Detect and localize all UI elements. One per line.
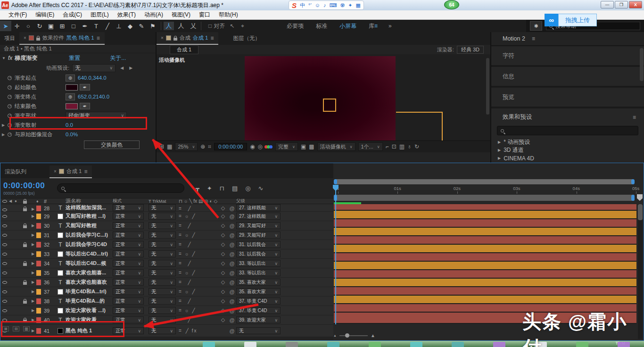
- mode-dropdown[interactable]: 正常∨: [113, 241, 144, 248]
- expand-arrow-icon[interactable]: ▶: [30, 280, 36, 284]
- motion-blur-icon[interactable]: ◎: [245, 185, 250, 192]
- eye-icon[interactable]: [2, 300, 7, 303]
- layer-switches[interactable]: = ╱: [176, 261, 218, 266]
- renderer-value[interactable]: 经典 3D: [457, 46, 484, 54]
- mode-column-header[interactable]: 模式: [113, 198, 144, 204]
- pan-behind-tool[interactable]: ⊞: [57, 21, 68, 31]
- stopwatch-icon[interactable]: [8, 76, 12, 80]
- taskbar-app-icon[interactable]: [286, 342, 298, 347]
- layer-row-34[interactable]: ▶34T等以后出C4D...候正常∨无∨= ╱◇@33. 等以后出∨: [0, 259, 333, 268]
- mode-dropdown[interactable]: 正常∨: [113, 279, 144, 286]
- 3d-layer-icon[interactable]: ◇: [218, 317, 228, 323]
- parent-dropdown[interactable]: 29. 又能写好∨: [236, 231, 281, 239]
- timeline-button-icon[interactable]: ▥: [399, 143, 405, 150]
- mode-dropdown[interactable]: 正常∨: [113, 213, 144, 220]
- parent-pickwhip-icon[interactable]: @: [228, 206, 236, 211]
- collapse-triangle-icon[interactable]: ▼: [2, 56, 6, 60]
- pixel-aspect-icon[interactable]: ⌐: [386, 143, 389, 150]
- zoom-dropdown[interactable]: 25%∨: [175, 142, 198, 151]
- menu-item[interactable]: 动画(A): [140, 10, 167, 20]
- layer-name[interactable]: 又能写好教程: [66, 222, 113, 229]
- layer-switches[interactable]: = ☼ ╱: [176, 251, 218, 256]
- mode-dropdown[interactable]: 正常∨: [113, 250, 144, 257]
- layer-name[interactable]: 以后我会学习C4D: [66, 241, 113, 248]
- parent-dropdown[interactable]: 35. 喜欢大家∨: [236, 279, 281, 286]
- layer-wireframe-box[interactable]: [323, 99, 336, 112]
- lock-column-icon[interactable]: [23, 201, 27, 204]
- layer-row-31[interactable]: ▶31以后我会学习C...l)正常∨无∨= ☼ ╱◇@29. 又能写好∨: [0, 231, 333, 240]
- eye-icon[interactable]: [2, 234, 7, 237]
- expand-arrow-icon[interactable]: ▶: [30, 308, 36, 313]
- parent-column-header[interactable]: 父级: [236, 198, 281, 204]
- parent-dropdown[interactable]: 无∨: [236, 327, 281, 334]
- eye-icon[interactable]: [2, 253, 7, 256]
- tracker-icon[interactable]: ↖: [230, 23, 234, 29]
- swap-colors-button[interactable]: 交换颜色: [84, 140, 140, 149]
- layer-duration-bar[interactable]: [334, 236, 636, 245]
- expand-arrow-icon[interactable]: ▶: [30, 233, 36, 237]
- always-preview-icon[interactable]: ⊞: [159, 143, 164, 150]
- menu-item[interactable]: 效果(T): [114, 10, 140, 20]
- 3d-layer-icon[interactable]: ◇: [218, 307, 228, 314]
- next-preset-icon[interactable]: ▶: [129, 66, 132, 70]
- label-color-chip[interactable]: [36, 251, 41, 257]
- layer-duration-bar[interactable]: [334, 211, 636, 219]
- ime-toolbar-icon[interactable]: ♪: [323, 2, 326, 8]
- close-button[interactable]: X: [629, 1, 642, 8]
- lock-icon[interactable]: [23, 208, 27, 211]
- label-color-chip[interactable]: [36, 308, 41, 314]
- timeline-zoom-control[interactable]: ▲ ▲: [333, 333, 375, 338]
- rotation-tool[interactable]: ↻: [34, 21, 45, 31]
- view-layout-dropdown[interactable]: 1个...∨: [358, 142, 383, 151]
- reset-exposure-icon[interactable]: ↻: [414, 143, 419, 150]
- mode-dropdown[interactable]: 正常∨: [113, 231, 144, 239]
- grid-guides-icon[interactable]: ⌗: [208, 143, 211, 150]
- local-axis-mode[interactable]: 人: [164, 22, 174, 30]
- 3d-layer-icon[interactable]: ◇: [218, 298, 228, 304]
- sogou-ime-toolbar[interactable]: S 中°’☺♪⌨♼✦▦: [289, 0, 364, 10]
- panel-tab-字符[interactable]: 字符: [491, 46, 644, 67]
- mode-dropdown[interactable]: 正常∨: [113, 269, 144, 276]
- trkmat-dropdown[interactable]: 无∨: [149, 231, 176, 239]
- panel-menu-icon[interactable]: ≡: [97, 35, 100, 41]
- layer-name[interactable]: 欢迎大家收看 ...l): [66, 307, 113, 314]
- mode-dropdown[interactable]: 正常∨: [113, 204, 144, 211]
- color-swatch[interactable]: [66, 84, 78, 91]
- expand-arrow-icon[interactable]: ▶: [30, 252, 36, 256]
- taskbar-app-icon[interactable]: [203, 342, 215, 347]
- parent-dropdown[interactable]: 27. 这样既能∨: [236, 204, 281, 211]
- lock-icon[interactable]: [23, 244, 27, 247]
- layer-row-39[interactable]: ▶39欢迎大家收看 ...l)正常∨无∨= ☼ ╱◇@37. 毕竟 C4D∨: [0, 306, 333, 315]
- draft-3d-icon[interactable]: ✦: [207, 185, 212, 192]
- mode-dropdown[interactable]: 正常∨: [113, 288, 144, 295]
- camera-view-dropdown[interactable]: 活动摄像机∨: [317, 142, 355, 151]
- parent-pickwhip-icon[interactable]: @: [228, 232, 236, 238]
- region-of-interest-icon[interactable]: ▣: [301, 143, 306, 150]
- expand-arrow-icon[interactable]: ▶: [30, 242, 36, 247]
- eye-icon[interactable]: [2, 290, 7, 293]
- color-swatch[interactable]: [66, 103, 78, 109]
- parent-dropdown[interactable]: 33. 等以后出∨: [236, 260, 281, 267]
- close-tab-icon[interactable]: ×: [54, 169, 57, 174]
- menu-item[interactable]: 帮助(H): [215, 10, 242, 20]
- tab-layer[interactable]: 图层（无）: [229, 32, 264, 45]
- layer-row-28[interactable]: ▶28T这样既能加深我...正常∨无∨= ╱◇@27. 这样既能∨: [0, 204, 333, 212]
- menu-item[interactable]: 编辑(E): [32, 10, 58, 20]
- panel-menu-icon[interactable]: ≡: [210, 35, 214, 41]
- panel-tab-信息[interactable]: 信息: [491, 67, 644, 88]
- eye-icon[interactable]: [2, 281, 7, 284]
- parent-pickwhip-icon[interactable]: @: [228, 261, 236, 266]
- parent-pickwhip-icon[interactable]: @: [228, 270, 236, 276]
- label-color-chip[interactable]: [36, 298, 41, 304]
- brush-tool[interactable]: ╱: [102, 21, 113, 31]
- eye-icon[interactable]: [2, 224, 7, 227]
- eye-icon[interactable]: [2, 309, 7, 312]
- scrollbar-cap[interactable]: [334, 179, 337, 184]
- layer-row-30[interactable]: ▶30T又能写好教程正常∨无∨= ╱◇@29. 又能写好∨: [0, 221, 333, 231]
- timeline-search-input[interactable]: [57, 183, 184, 193]
- parent-pickwhip-icon[interactable]: @: [228, 214, 236, 219]
- eye-icon[interactable]: [2, 272, 7, 274]
- label-color-chip[interactable]: [36, 289, 41, 295]
- 3d-layer-icon[interactable]: ◇: [218, 213, 228, 219]
- eyedropper-icon[interactable]: ✒: [80, 84, 90, 91]
